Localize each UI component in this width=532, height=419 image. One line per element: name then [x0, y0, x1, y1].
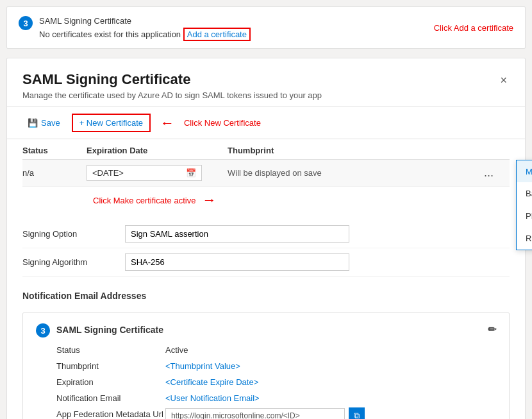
certificate-row: n/a <DATE> 📅 Will be displayed on save .…: [22, 160, 510, 187]
edit-icon[interactable]: ✏: [488, 323, 496, 336]
bottom-card-title: SAML Signing Certificate ✏: [56, 323, 496, 336]
panel-header-text: SAML Signing Certificate Manage the cert…: [22, 71, 322, 100]
panel-subtitle: Manage the certificate used by Azure AD …: [22, 90, 322, 100]
dropdown-item-raw[interactable]: Raw certificate download ⬇: [517, 227, 532, 250]
raw-label: Raw certificate download: [526, 234, 532, 243]
signing-option-value: [125, 225, 510, 243]
add-certificate-link[interactable]: Add a certificate: [183, 28, 251, 41]
dropdown-menu: Make certificate active ⏻ Base64 certifi…: [516, 160, 532, 250]
expiration-label: Expiration: [56, 375, 165, 389]
dropdown-item-pem[interactable]: PEM certificate download ⬇: [517, 205, 532, 227]
signing-option-row: Signing Option: [22, 220, 510, 248]
thumbprint-label: Thumbprint: [56, 359, 165, 373]
status-label: Status: [56, 343, 165, 357]
thumbprint-hint: Will be displayed on save: [228, 168, 484, 178]
date-value: <DATE>: [92, 168, 124, 178]
notification-section-title: Notification Email Addresses: [7, 283, 525, 306]
panel-title: SAML Signing Certificate: [22, 71, 322, 88]
federation-url-label: App Federation Metadata Url: [56, 407, 165, 419]
signing-algorithm-value: [125, 253, 510, 271]
step-badge-2: 3: [36, 323, 50, 338]
expiration-value: <Certificate Expire Date>: [165, 375, 496, 389]
dropdown-item-activate[interactable]: Make certificate active ⏻: [517, 160, 532, 182]
add-cert-hint: Click Add a certificate: [434, 23, 513, 33]
form-section: Signing Option Signing Algorithm: [7, 214, 525, 283]
save-icon: 💾: [28, 118, 38, 128]
bottom-info-card: 3 SAML Signing Certificate ✏ Status Acti…: [22, 312, 510, 419]
new-certificate-button[interactable]: + New Certificate: [72, 114, 151, 132]
table-header-row: Status Expiration Date Thumbprint: [22, 139, 510, 160]
dropdown-menu-list: Make certificate active ⏻ Base64 certifi…: [516, 160, 532, 250]
step-badge-1: 3: [19, 16, 33, 30]
signing-algorithm-label: Signing Algorithm: [22, 257, 125, 267]
panel-header: SAML Signing Certificate Manage the cert…: [7, 58, 525, 107]
pem-label: PEM certificate download: [526, 211, 532, 221]
federation-url-input[interactable]: [165, 408, 345, 419]
top-card-title: SAML Signing Certificate: [39, 16, 415, 26]
info-grid: Status Active Thumbprint <Thumbprint Val…: [56, 343, 496, 419]
signing-option-input[interactable]: [125, 225, 349, 243]
thumbprint-value: <Thumbprint Value>: [165, 359, 496, 373]
federation-url-row: ⧉: [165, 407, 496, 419]
no-cert-text: No certificates exist for this applicati…: [39, 30, 181, 39]
click-hint-row: Click Make certificate active →: [22, 187, 510, 214]
more-actions-button[interactable]: ...: [484, 166, 494, 180]
new-cert-hint: Click New Certificate: [184, 118, 261, 128]
hint-arrow: →: [202, 192, 216, 209]
col-header-expiration: Expiration Date: [87, 146, 228, 155]
col-header-thumbprint: Thumbprint: [228, 146, 484, 155]
signing-option-label: Signing Option: [22, 229, 125, 239]
top-notification-card: 3 SAML Signing Certificate No certificat…: [6, 6, 526, 49]
date-input[interactable]: <DATE> 📅: [87, 165, 202, 181]
notification-email-label: Notification Email: [56, 391, 165, 405]
calendar-icon: 📅: [186, 168, 196, 178]
main-panel: SAML Signing Certificate Manage the cert…: [6, 58, 526, 419]
cert-date: <DATE> 📅: [87, 165, 228, 181]
base64-label: Base64 certificate downl...: [526, 189, 532, 198]
toolbar: 💾 Save + New Certificate ← Click New Cer…: [7, 107, 525, 139]
status-value: Active: [165, 343, 496, 357]
top-card-content: SAML Signing Certificate No certificates…: [39, 16, 415, 39]
close-button[interactable]: ×: [497, 71, 510, 90]
certificate-table: Status Expiration Date Thumbprint n/a <D…: [7, 139, 525, 214]
new-cert-label: + New Certificate: [79, 118, 143, 128]
dropdown-item-base64[interactable]: Base64 certificate downl... ⬇: [517, 182, 532, 205]
activate-label: Make certificate active: [526, 167, 532, 176]
notification-email-value: <User Notification Email>: [165, 391, 496, 405]
col-header-status: Status: [22, 146, 87, 155]
copy-url-button[interactable]: ⧉: [349, 407, 365, 419]
signing-algorithm-row: Signing Algorithm: [22, 248, 510, 277]
new-cert-arrow: ←: [160, 115, 174, 132]
save-label: Save: [41, 118, 60, 128]
bottom-card-content: SAML Signing Certificate ✏ Status Active…: [56, 323, 496, 419]
more-actions-container: ... Make certificate active ⏻ Base64 cer…: [484, 166, 510, 180]
signing-algorithm-input[interactable]: [125, 253, 349, 271]
col-header-actions: [484, 146, 510, 155]
save-button[interactable]: 💾 Save: [22, 115, 65, 131]
top-card-body: No certificates exist for this applicati…: [39, 30, 415, 39]
cert-status: n/a: [22, 168, 87, 178]
make-active-hint: Click Make certificate active: [93, 196, 195, 205]
